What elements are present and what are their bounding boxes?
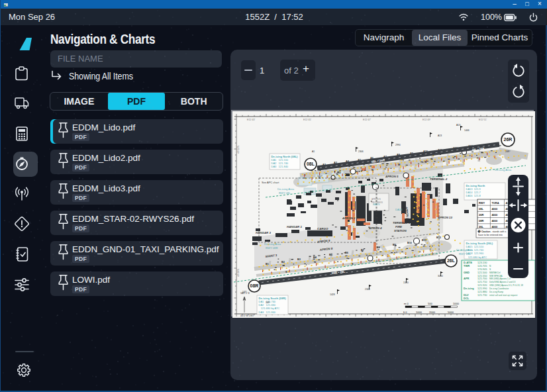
svg-text:APRON 5: APRON 5 bbox=[385, 175, 399, 178]
svg-text:S: S bbox=[489, 268, 491, 271]
svg-text:1320: 1320 bbox=[403, 281, 409, 284]
svg-text:1446: 1446 bbox=[464, 129, 470, 132]
svg-text:1428: 1428 bbox=[330, 293, 335, 296]
svg-text:B12: B12 bbox=[436, 236, 441, 239]
svg-text:4000: 4000 bbox=[491, 219, 498, 222]
svg-text:B3: B3 bbox=[297, 258, 301, 261]
svg-text:STATION: STATION bbox=[394, 229, 407, 232]
svg-text:48°22'N: 48°22'N bbox=[237, 145, 240, 154]
svg-text:De-icing: De-icing bbox=[464, 287, 474, 290]
svg-text:B8: B8 bbox=[377, 246, 380, 249]
svg-text:De-icing Area: De-icing Area bbox=[277, 187, 295, 191]
svg-text:4000: 4000 bbox=[491, 207, 498, 211]
svg-text:RWY 26L: RWY 26L bbox=[459, 252, 471, 256]
svg-text:40'/1°W 1987: 40'/1°W 1987 bbox=[240, 315, 254, 317]
svg-text:ft 0: ft 0 bbox=[403, 311, 407, 314]
svg-text:Deliv/GND Aprons 2 and 13: Deliv/GND Aprons 2 and 13 bbox=[489, 281, 515, 283]
svg-text:RWY 08R: RWY 08R bbox=[266, 246, 277, 250]
svg-text:FIRE: FIRE bbox=[395, 225, 403, 228]
svg-text:De-icing Area: De-icing Area bbox=[456, 248, 473, 252]
svg-text:4000: 4000 bbox=[491, 213, 498, 217]
svg-text:26R: 26R bbox=[479, 213, 483, 217]
svg-text:26R°: 26R° bbox=[505, 150, 511, 153]
svg-text:APRON 4: APRON 4 bbox=[368, 226, 382, 230]
svg-text:1: 1 bbox=[479, 230, 480, 233]
svg-text:De-icing Area: De-icing Area bbox=[495, 168, 512, 172]
svg-text:B2: B2 bbox=[281, 261, 285, 264]
svg-text:De-icing Area: De-icing Area bbox=[264, 242, 281, 246]
svg-text:2990: 2990 bbox=[395, 144, 401, 146]
svg-text:E11°51': E11°51' bbox=[479, 119, 487, 121]
svg-text:121.730: 121.730 bbox=[477, 293, 487, 297]
svg-text:See APC chart: See APC chart bbox=[262, 181, 279, 184]
svg-text:RWY: RWY bbox=[479, 201, 485, 205]
svg-text:TWR: TWR bbox=[464, 264, 470, 268]
svg-text:APR: APR bbox=[464, 277, 470, 280]
svg-text:B6: B6 bbox=[345, 252, 348, 254]
svg-text:A1: A1 bbox=[312, 150, 315, 153]
svg-text:A13: A13 bbox=[438, 134, 442, 137]
svg-text:HANGAR 1: HANGAR 1 bbox=[287, 225, 302, 228]
svg-text:121.680 by ATC: 121.680 by ATC bbox=[466, 256, 487, 259]
svg-text:08L: 08L bbox=[307, 162, 315, 166]
svg-text:B10: B10 bbox=[407, 242, 412, 244]
svg-text:De-icing South (08R): De-icing South (08R) bbox=[259, 297, 287, 300]
svg-text:DA16: DA16 bbox=[395, 208, 403, 211]
svg-text:N: N bbox=[424, 161, 426, 164]
svg-text:26L: 26L bbox=[479, 225, 483, 228]
svg-text:E11°43': E11°43' bbox=[247, 119, 256, 121]
svg-text:2306: 2306 bbox=[358, 150, 364, 153]
svg-text:E11°47': E11°47' bbox=[363, 119, 372, 121]
svg-text:W2: W2 bbox=[337, 172, 341, 174]
svg-text:APRON 13: APRON 13 bbox=[437, 216, 453, 219]
svg-text:B1: B1 bbox=[266, 263, 269, 266]
svg-text:26R: 26R bbox=[504, 137, 513, 142]
svg-text:De-icing North: De-icing North bbox=[466, 184, 485, 187]
svg-text:E11°49': E11°49' bbox=[423, 119, 431, 121]
svg-text:GND (GND) Aprons 3-5, Pt 6-13,: GND (GND) Aprons 3-5, Pt 6-13, 18 bbox=[489, 284, 523, 287]
svg-text:RWY 08L: RWY 08L bbox=[279, 191, 291, 195]
svg-text:48°20'N: 48°20'N bbox=[237, 268, 240, 277]
svg-text:B7: B7 bbox=[361, 249, 364, 252]
svg-text:NW (GND) Aprons 1-4: NW (GND) Aprons 1-4 bbox=[489, 277, 511, 280]
svg-text:08R: 08R bbox=[250, 283, 259, 288]
svg-text:NW/NE/Ctrl: NW/NE/Ctrl bbox=[489, 271, 501, 274]
svg-text:De-icing South (26L): De-icing South (26L) bbox=[466, 242, 493, 245]
svg-text:A13: A13 bbox=[456, 124, 460, 126]
svg-text:08R: 08R bbox=[479, 219, 483, 222]
svg-text:BA15: BA15 bbox=[373, 203, 380, 206]
svg-text:N: N bbox=[372, 169, 373, 172]
svg-text:E11°45': E11°45' bbox=[303, 119, 312, 121]
svg-text:08L: 08L bbox=[479, 207, 483, 211]
svg-text:APRON 1: APRON 1 bbox=[342, 217, 356, 220]
svg-text:DA3 121.840: DA3 121.840 bbox=[272, 165, 289, 168]
svg-text:GND: GND bbox=[464, 271, 470, 274]
svg-text:26L: 26L bbox=[447, 258, 456, 263]
svg-text:Caution - stands with s: Caution - stands with s bbox=[481, 230, 507, 233]
svg-text:m 0: m 0 bbox=[404, 302, 409, 305]
svg-text:B11: B11 bbox=[422, 239, 426, 242]
svg-text:B9: B9 bbox=[393, 244, 396, 246]
svg-text:1417: 1417 bbox=[317, 175, 323, 177]
svg-text:HANGAR 3: HANGAR 3 bbox=[256, 231, 271, 234]
svg-text:initial call and start-up requ: initial call and start-up request bbox=[489, 294, 517, 297]
svg-text:TERMINAL 2: TERMINAL 2 bbox=[430, 177, 448, 181]
svg-text:B5: B5 bbox=[329, 254, 332, 256]
svg-text:have to be entered into: have to be entered into bbox=[478, 234, 503, 236]
svg-text:5000: 5000 bbox=[448, 311, 454, 314]
svg-text:4000: 4000 bbox=[491, 225, 498, 228]
svg-text:147°: 147° bbox=[242, 291, 248, 293]
svg-text:M: M bbox=[398, 164, 400, 166]
svg-text:DCL: DCL bbox=[464, 297, 470, 300]
svg-text:TERMINAL 1: TERMINAL 1 bbox=[393, 221, 411, 224]
svg-text:3200: 3200 bbox=[438, 275, 443, 277]
svg-text:De-icing Coordinator: De-icing Coordinator bbox=[489, 287, 509, 290]
svg-text:500: 500 bbox=[428, 302, 432, 305]
svg-text:CARGO: CARGO bbox=[317, 227, 328, 230]
svg-text:De-icing Ramp: De-icing Ramp bbox=[489, 291, 503, 293]
svg-text:2000: 2000 bbox=[429, 311, 436, 314]
svg-text:S/W SPECIAL: S/W SPECIAL bbox=[489, 275, 503, 277]
svg-text:1000: 1000 bbox=[416, 311, 423, 314]
svg-text:TORA: TORA bbox=[491, 201, 499, 205]
svg-text:1000: 1000 bbox=[453, 302, 460, 305]
